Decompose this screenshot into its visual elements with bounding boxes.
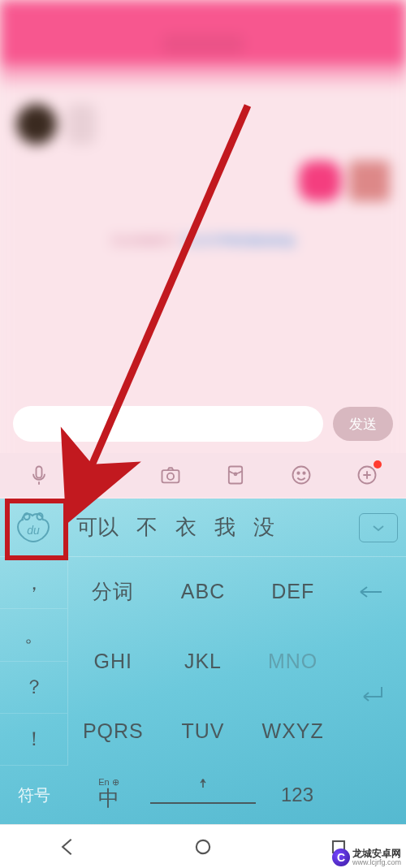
message-outgoing xyxy=(16,161,390,201)
key-def[interactable]: DEF xyxy=(248,557,338,627)
key-mno[interactable]: MNO xyxy=(248,627,338,697)
sys-text: 又从你收到了 xyxy=(110,234,179,247)
language-key[interactable]: En ⊕ 中 xyxy=(68,766,149,824)
svg-point-16 xyxy=(197,840,209,853)
emoji-icon[interactable] xyxy=(288,462,314,488)
voice-icon[interactable] xyxy=(26,462,52,488)
notification-dot xyxy=(374,460,382,469)
candidate[interactable]: 不 xyxy=(128,513,166,542)
key-ghi[interactable]: GHI xyxy=(68,627,158,697)
svg-rect-3 xyxy=(162,470,179,482)
key-fenci[interactable]: 分词 xyxy=(68,557,158,627)
candidate[interactable]: 我 xyxy=(206,513,244,542)
keyboard-main: ， 。 ？ ！ 分词 ABC DEF GHI JKL MNO PQRS TUV … xyxy=(0,557,406,766)
watermark-logo: C xyxy=(332,849,350,866)
message-incoming xyxy=(16,104,390,145)
nav-home-icon[interactable] xyxy=(192,836,214,858)
space-key[interactable] xyxy=(149,766,257,824)
enter-key[interactable] xyxy=(338,627,406,766)
camera-icon[interactable] xyxy=(158,462,184,488)
add-icon[interactable] xyxy=(354,462,380,488)
message-bubble xyxy=(299,161,341,201)
keyboard-bottom-row: 符号 En ⊕ 中 123 xyxy=(0,766,406,824)
avatar xyxy=(349,161,390,201)
keyboard: du 可以 不 衣 我 没 ， 。 ？ ！ 分词 ABC DEF GHI JKL… xyxy=(0,499,406,824)
watermark: C 龙城安卓网 www.lcjrfg.com xyxy=(332,849,401,866)
title-bar xyxy=(0,24,406,63)
key-pqrs[interactable]: PQRS xyxy=(68,696,158,766)
key-abc[interactable]: ABC xyxy=(158,557,248,627)
right-column xyxy=(338,557,406,766)
svg-text:du: du xyxy=(27,524,40,537)
svg-point-14 xyxy=(202,779,204,781)
svg-rect-0 xyxy=(37,467,42,478)
red-envelope-icon[interactable] xyxy=(222,462,248,488)
svg-point-2 xyxy=(100,472,103,475)
candidates-expand-button[interactable] xyxy=(359,513,398,542)
punct-key[interactable]: 。 xyxy=(0,609,68,661)
punct-key[interactable]: ？ xyxy=(0,662,68,714)
candidate-list: 可以 不 衣 我 没 xyxy=(67,513,351,542)
candidate-bar: du 可以 不 衣 我 没 xyxy=(0,499,406,557)
status-bar xyxy=(0,0,406,24)
send-button[interactable]: 发送 xyxy=(333,407,393,441)
toolbar xyxy=(0,453,406,497)
candidate[interactable]: 可以 xyxy=(68,513,127,542)
numeric-key[interactable]: 123 xyxy=(257,766,338,824)
key-grid: 分词 ABC DEF GHI JKL MNO PQRS TUV WXYZ xyxy=(68,557,338,766)
symbol-key[interactable]: 符号 xyxy=(0,766,68,824)
spacer xyxy=(338,766,406,824)
input-row: 发送 xyxy=(0,399,406,448)
sys-link[interactable]: 又云打开将您推送权益 xyxy=(182,234,296,247)
backspace-key[interactable] xyxy=(338,557,406,627)
svg-point-8 xyxy=(297,473,299,474)
key-jkl[interactable]: JKL xyxy=(158,627,248,697)
svg-rect-1 xyxy=(96,468,113,483)
key-wxyz[interactable]: WXYZ xyxy=(248,696,338,766)
candidate[interactable]: 衣 xyxy=(167,513,205,542)
image-icon[interactable] xyxy=(92,462,118,488)
punctuation-column: ， 。 ？ ！ xyxy=(0,557,68,766)
svg-point-9 xyxy=(303,473,304,474)
watermark-title: 龙城安卓网 xyxy=(352,849,401,859)
punct-key[interactable]: ！ xyxy=(0,714,68,766)
chat-title xyxy=(162,34,244,54)
candidate[interactable]: 没 xyxy=(245,513,283,542)
watermark-url: www.lcjrfg.com xyxy=(352,859,401,866)
message-input[interactable] xyxy=(13,406,323,442)
punct-key[interactable]: ， xyxy=(0,557,68,609)
avatar xyxy=(16,104,57,145)
nav-back-icon[interactable] xyxy=(56,836,79,858)
ime-logo-button[interactable]: du xyxy=(0,500,67,555)
svg-point-4 xyxy=(167,473,174,480)
system-message: 又从你收到了 又云打开将您推送权益 xyxy=(16,234,390,248)
message-bubble xyxy=(67,104,96,145)
key-tuv[interactable]: TUV xyxy=(158,696,248,766)
svg-point-7 xyxy=(292,467,309,484)
